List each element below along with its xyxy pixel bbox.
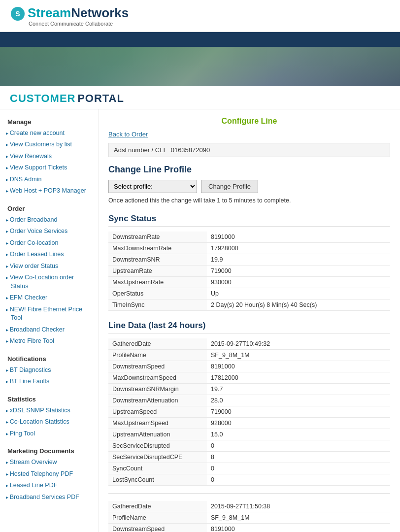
sidebar-marketing-title: Marketing Documents [0, 443, 98, 457]
change-line-profile-title: Change Line Profile [108, 165, 390, 175]
sidebar-item-view-customers[interactable]: View Customers by list [0, 139, 98, 151]
sidebar-manage-title: Manage [0, 114, 98, 128]
profile-note: Once actioned this the change will take … [108, 197, 390, 204]
row-value: 0 [207, 440, 390, 451]
logo-stream: S Stream [10, 5, 71, 20]
sidebar-item-dns-admin[interactable]: DNS Admin [0, 174, 98, 186]
sidebar-item-bt-line-faults[interactable]: BT Line Faults [0, 376, 98, 388]
table-row: DownstreamSNR19.9 [108, 254, 390, 265]
sidebar-item-efm-checker[interactable]: EFM Checker [0, 292, 98, 304]
sidebar-item-create-account[interactable]: Create new account [0, 128, 98, 139]
row-label: ProfileName [108, 512, 207, 523]
row-value: 2015-09-27T10:49:32 [207, 338, 390, 350]
table-row: GatheredDate2015-09-27T11:50:38 [108, 501, 390, 512]
row-label: DownstreamSpeed [108, 361, 207, 372]
sidebar-item-stream-overview[interactable]: Stream Overview [0, 457, 98, 468]
row-value: SF_9_8M_1M [207, 349, 390, 361]
portal-title: CUSTOMER PORTAL [0, 86, 400, 109]
profile-row: Select profile: Change Profile [108, 180, 390, 193]
table-row: SecServiceDisrupted0 [108, 440, 390, 451]
sync-status-table: DownstreamRate8191000MaxDownstreamRate17… [108, 232, 390, 311]
main-layout: Manage Create new account View Customers… [0, 109, 400, 532]
table-row: TimeInSync2 Day(s) 20 Hour(s) 8 Min(s) 4… [108, 299, 390, 310]
row-value: 930000 [207, 276, 390, 288]
row-value: 17812000 [207, 372, 390, 383]
sidebar-item-metro-fibre[interactable]: Metro Fibre Tool [0, 335, 98, 347]
row-value: 17928000 [207, 242, 390, 254]
sidebar-item-leased-line-pdf[interactable]: Leased Line PDF [0, 480, 98, 492]
row-label: GatheredDate [108, 338, 207, 350]
sidebar-item-colocation-stats[interactable]: Co-Location Statistics [0, 416, 98, 428]
change-profile-button[interactable]: Change Profile [201, 180, 258, 193]
row-value: 8191000 [207, 361, 390, 372]
sidebar-item-order-colocation[interactable]: Order Co-location [0, 237, 98, 249]
table-row: SyncCount0 [108, 463, 390, 474]
row-label: MaxUpstreamSpeed [108, 417, 207, 429]
sidebar-item-web-host[interactable]: Web Host + POP3 Manager [0, 185, 98, 197]
table-row: MaxUpstreamSpeed928000 [108, 417, 390, 429]
sidebar-item-xdsl-stats[interactable]: xDSL SNMP Statistics [0, 405, 98, 417]
table-row: ProfileNameSF_9_8M_1M [108, 512, 390, 523]
portal-portal-label: PORTAL [77, 92, 124, 104]
row-label: DownstreamSNR [108, 254, 207, 265]
table-row: DownstreamRate8191000 [108, 232, 390, 243]
header: S StreamNetworks Connect Communicate Col… [0, 0, 400, 32]
row-label: DownstreamSNRMargin [108, 383, 207, 395]
row-value: 8 [207, 451, 390, 463]
banner [0, 47, 400, 86]
row-value: 19.7 [207, 383, 390, 395]
row-label: MaxUpstreamRate [108, 276, 207, 288]
row-value: 2 Day(s) 20 Hour(s) 8 Min(s) 40 Sec(s) [207, 299, 390, 310]
back-to-order-link[interactable]: Back to Order [108, 131, 390, 138]
sidebar-item-colocation-status[interactable]: View Co-Location order Status [0, 272, 98, 292]
row-label: GatheredDate [108, 501, 207, 512]
row-label: DownstreamRate [108, 232, 207, 243]
sync-status-title: Sync Status [108, 214, 390, 227]
logo-networks: Networks [71, 5, 129, 20]
table-row: MaxDownstreamRate17928000 [108, 242, 390, 254]
portal-customer-label: CUSTOMER [10, 92, 76, 104]
row-value: 19.9 [207, 254, 390, 265]
table-row: DownstreamSNRMargin19.7 [108, 383, 390, 395]
table-row: DownstreamSpeed8191000 [108, 523, 390, 532]
sidebar-item-view-order-status[interactable]: View order Status [0, 261, 98, 272]
logo-tagline: Connect Communicate Collaborate [10, 21, 390, 27]
table-row: MaxUpstreamRate930000 [108, 276, 390, 288]
sidebar-item-broadband-checker[interactable]: Broadband Checker [0, 324, 98, 336]
row-value: 0 [207, 463, 390, 474]
sidebar-order-title: Order [0, 201, 98, 214]
sidebar-item-order-voice[interactable]: Order Voice Services [0, 226, 98, 237]
row-label: MaxDownstreamSpeed [108, 372, 207, 383]
table-row: ProfileNameSF_9_8M_1M [108, 349, 390, 361]
sidebar-item-order-broadband[interactable]: Order Broadband [0, 214, 98, 226]
row-value: 8191000 [207, 523, 390, 532]
table-row: DownstreamSpeed8191000 [108, 361, 390, 372]
sidebar-item-ping-tool[interactable]: Ping Tool [0, 428, 98, 440]
svg-text:S: S [15, 10, 20, 18]
sidebar-item-order-leased[interactable]: Order Leased Lines [0, 249, 98, 261]
row-label: ProfileName [108, 349, 207, 361]
row-value: 8191000 [207, 232, 390, 243]
configure-line-title: Configure Line [108, 117, 390, 126]
sidebar-item-bt-diagnostics[interactable]: BT Diagnostics [0, 365, 98, 376]
sidebar-item-hosted-telephony[interactable]: Hosted Telephony PDF [0, 468, 98, 480]
row-value: 928000 [207, 417, 390, 429]
line-data-table-group1: GatheredDate2015-09-27T10:49:32ProfileNa… [108, 338, 390, 486]
adsl-label: Adsl number / CLI [114, 146, 165, 154]
row-value: 28.0 [207, 395, 390, 406]
sidebar-item-broadband-services-pdf[interactable]: Broadband Services PDF [0, 492, 98, 503]
sidebar-item-view-renewals[interactable]: View Renewals [0, 151, 98, 163]
row-value: 15.0 [207, 429, 390, 440]
row-label: OperStatus [108, 288, 207, 299]
row-label: SecServiceDisruptedCPE [108, 451, 207, 463]
row-value: 719000 [207, 265, 390, 276]
nav-bar [0, 32, 400, 47]
table-row: OperStatusUp [108, 288, 390, 299]
table-row: UpstreamSpeed719000 [108, 406, 390, 417]
row-label: DownstreamAttenuation [108, 395, 207, 406]
sidebar: Manage Create new account View Customers… [0, 109, 99, 532]
table-row: GatheredDate2015-09-27T10:49:32 [108, 338, 390, 350]
sidebar-item-view-tickets[interactable]: View Support Tickets [0, 162, 98, 174]
profile-select[interactable]: Select profile: [108, 180, 197, 193]
sidebar-item-fibre-price-tool[interactable]: NEW! Fibre Ethernet Price Tool [0, 304, 98, 324]
